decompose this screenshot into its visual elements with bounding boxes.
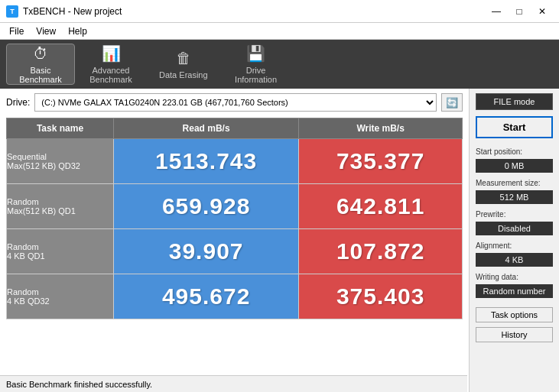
history-button[interactable]: History xyxy=(476,327,553,342)
alignment-value[interactable]: 4 KB xyxy=(476,253,553,267)
start-position-label: Start position: xyxy=(476,147,553,156)
app-icon: T xyxy=(6,5,18,18)
read-random-4k-qd32: 495.672 xyxy=(114,274,299,319)
alignment-label: Alignment: xyxy=(476,241,553,250)
menu-bar: File View Help xyxy=(0,23,559,40)
drive-row: Drive: (C:) NVMe GALAX TA1G0240N 223.01 … xyxy=(6,93,463,112)
maximize-button[interactable]: □ xyxy=(509,4,530,19)
toolbar: ⏱ BasicBenchmark 📊 AdvancedBenchmark 🗑 D… xyxy=(0,40,559,89)
minimize-button[interactable]: — xyxy=(486,4,507,19)
data-erasing-label: Data Erasing xyxy=(159,70,208,79)
advanced-benchmark-label: AdvancedBenchmark xyxy=(89,66,132,84)
basic-benchmark-icon: ⏱ xyxy=(33,45,48,63)
main-content: Drive: (C:) NVMe GALAX TA1G0240N 223.01 … xyxy=(0,89,559,392)
col-read: Read mB/s xyxy=(114,118,299,139)
prewrite-value[interactable]: Disabled xyxy=(476,222,553,235)
status-text: Basic Benchmark finished successfully. xyxy=(6,380,152,389)
toolbar-advanced-benchmark[interactable]: 📊 AdvancedBenchmark xyxy=(76,44,145,85)
task-random-4k-qd32: Random4 KB QD32 xyxy=(7,274,114,319)
left-panel: Drive: (C:) NVMe GALAX TA1G0240N 223.01 … xyxy=(0,89,469,392)
task-random-512: RandomMax(512 KB) QD1 xyxy=(7,184,114,229)
write-sequential: 735.377 xyxy=(299,139,463,184)
window-controls: — □ ✕ xyxy=(486,4,553,19)
drive-information-icon: 💾 xyxy=(246,44,265,63)
measurement-size-value[interactable]: 512 MB xyxy=(476,190,553,204)
toolbar-data-erasing[interactable]: 🗑 Data Erasing xyxy=(147,44,220,85)
col-write: Write mB/s xyxy=(299,118,463,139)
drive-label: Drive: xyxy=(6,97,30,108)
table-row: Random4 KB QD1 39.907 107.872 xyxy=(7,229,463,274)
close-button[interactable]: ✕ xyxy=(531,4,553,19)
task-sequential: SequentialMax(512 KB) QD32 xyxy=(7,139,114,184)
file-mode-button[interactable]: FILE mode xyxy=(476,93,553,110)
read-random-512: 659.928 xyxy=(114,184,299,229)
menu-file[interactable]: File xyxy=(3,24,30,38)
start-button[interactable]: Start xyxy=(476,116,553,138)
write-random-512: 642.811 xyxy=(299,184,463,229)
write-random-4k-qd32: 375.403 xyxy=(299,274,463,319)
task-options-button[interactable]: Task options xyxy=(476,307,553,322)
read-sequential: 1513.743 xyxy=(114,139,299,184)
benchmark-table: Task name Read mB/s Write mB/s Sequentia… xyxy=(6,118,463,319)
writing-data-value[interactable]: Random number xyxy=(476,284,553,298)
col-task-name: Task name xyxy=(7,118,114,139)
drive-refresh-button[interactable]: 🔄 xyxy=(441,93,463,112)
data-erasing-icon: 🗑 xyxy=(176,50,191,67)
prewrite-label: Prewrite: xyxy=(476,210,553,219)
table-row: Random4 KB QD32 495.672 375.403 xyxy=(7,274,463,319)
right-panel: FILE mode Start Start position: 0 MB Mea… xyxy=(469,89,559,392)
read-random-4k-qd1: 39.907 xyxy=(114,229,299,274)
basic-benchmark-label: BasicBenchmark xyxy=(19,66,62,84)
drive-information-label: DriveInformation xyxy=(235,66,277,84)
advanced-benchmark-icon: 📊 xyxy=(102,44,121,63)
table-row: SequentialMax(512 KB) QD32 1513.743 735.… xyxy=(7,139,463,184)
start-position-value[interactable]: 0 MB xyxy=(476,159,553,173)
measurement-size-label: Measurement size: xyxy=(476,179,553,187)
drive-select[interactable]: (C:) NVMe GALAX TA1G0240N 223.01 GB (467… xyxy=(34,93,437,112)
menu-view[interactable]: View xyxy=(30,24,62,38)
status-bar: Basic Benchmark finished successfully. xyxy=(0,375,467,392)
table-row: RandomMax(512 KB) QD1 659.928 642.811 xyxy=(7,184,463,229)
task-random-4k-qd1: Random4 KB QD1 xyxy=(7,229,114,274)
toolbar-basic-benchmark[interactable]: ⏱ BasicBenchmark xyxy=(6,44,75,85)
writing-data-label: Writing data: xyxy=(476,273,553,281)
menu-help[interactable]: Help xyxy=(62,24,93,38)
write-random-4k-qd1: 107.872 xyxy=(299,229,463,274)
title-bar: T TxBENCH - New project — □ ✕ xyxy=(0,0,559,23)
window-title: TxBENCH - New project xyxy=(23,6,122,17)
toolbar-drive-information[interactable]: 💾 DriveInformation xyxy=(222,44,291,85)
